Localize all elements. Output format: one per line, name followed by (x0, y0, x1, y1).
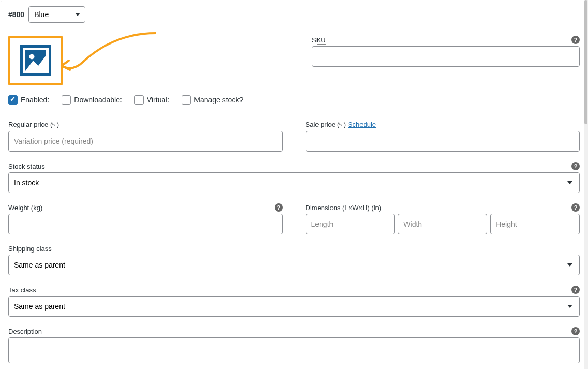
help-icon[interactable]: ? (571, 327, 580, 335)
help-icon[interactable]: ? (571, 203, 580, 212)
manage-stock-label: Manage stock? (194, 96, 243, 104)
variation-id: #800 (8, 10, 24, 19)
manage-stock-checkbox-wrap[interactable]: Manage stock? (182, 95, 243, 105)
description-label: Description (8, 328, 42, 335)
variation-image-highlight (8, 36, 63, 85)
width-input[interactable] (398, 214, 487, 234)
weight-label: Weight (kg) (8, 204, 42, 212)
shipping-class-select[interactable]: Same as parent (8, 255, 580, 275)
height-input[interactable] (490, 214, 580, 234)
length-input[interactable] (306, 214, 395, 234)
schedule-link[interactable]: Schedule (348, 121, 376, 128)
help-icon[interactable]: ? (275, 203, 283, 212)
scrollbar[interactable] (584, 0, 588, 369)
enabled-checkbox-wrap[interactable]: Enabled: (8, 95, 49, 105)
virtual-checkbox-wrap[interactable]: Virtual: (134, 95, 169, 105)
tax-class-label: Tax class (8, 286, 36, 294)
enabled-checkbox[interactable] (8, 95, 18, 105)
help-icon[interactable]: ? (571, 36, 580, 44)
downloadable-checkbox[interactable] (62, 95, 71, 105)
tax-class-select[interactable]: Same as parent (8, 296, 580, 317)
downloadable-label: Downloadable: (74, 96, 122, 104)
help-icon[interactable]: ? (571, 162, 580, 170)
weight-input[interactable] (8, 214, 283, 234)
virtual-label: Virtual: (147, 96, 169, 104)
help-icon[interactable]: ? (571, 286, 580, 294)
virtual-checkbox[interactable] (134, 95, 144, 105)
sku-label: SKU (312, 36, 326, 45)
sale-price-label: Sale price (৳ ) Schedule (306, 121, 580, 129)
dimensions-label: Dimensions (L×W×H) (in) (306, 204, 382, 212)
description-textarea[interactable] (8, 337, 580, 363)
image-placeholder-icon[interactable] (20, 45, 51, 76)
options-row: Enabled: Downloadable: Virtual: Manage s… (8, 90, 580, 110)
svg-point-2 (29, 54, 34, 60)
enabled-label: Enabled: (21, 96, 49, 104)
attribute-select[interactable]: Blue (28, 6, 85, 23)
sale-price-input[interactable] (306, 131, 580, 152)
shipping-class-label: Shipping class (8, 245, 580, 253)
manage-stock-checkbox[interactable] (182, 95, 191, 105)
downloadable-checkbox-wrap[interactable]: Downloadable: (62, 95, 122, 105)
variation-header: #800 Blue (1, 1, 587, 28)
scrollbar-thumb[interactable] (584, 0, 587, 124)
regular-price-label: Regular price (৳ ) (8, 121, 283, 129)
sku-input[interactable] (312, 46, 580, 67)
stock-status-label: Stock status (8, 163, 45, 170)
stock-status-select[interactable]: In stock (8, 172, 580, 193)
regular-price-input[interactable] (8, 131, 283, 152)
